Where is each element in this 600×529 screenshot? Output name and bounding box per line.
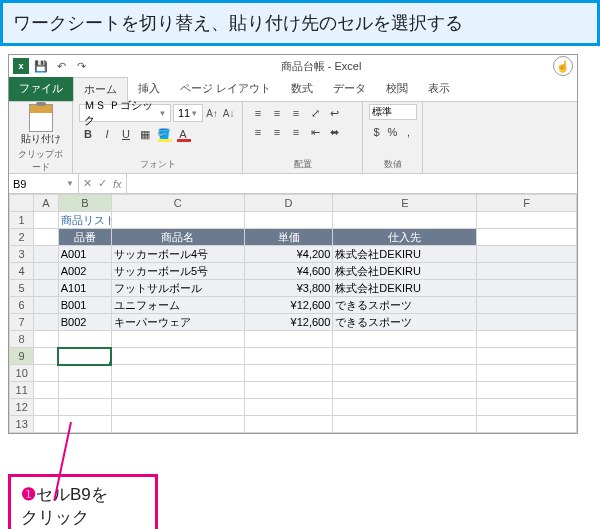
percent-icon[interactable]: %	[385, 123, 400, 141]
row-header-11[interactable]: 11	[10, 382, 34, 399]
cell[interactable]: 単価	[244, 229, 333, 246]
cell[interactable]	[34, 263, 58, 280]
tab-data[interactable]: データ	[323, 77, 376, 101]
cell[interactable]	[58, 348, 111, 365]
cell[interactable]	[111, 416, 244, 433]
cell[interactable]: フットサルボール	[111, 280, 244, 297]
spreadsheet-grid[interactable]: ABCDEF 1商品リスト2品番商品名単価仕入先3A001サッカーボール4号¥4…	[9, 194, 577, 433]
cell[interactable]	[111, 348, 244, 365]
align-middle-icon[interactable]: ≡	[268, 104, 286, 122]
cell[interactable]: 仕入先	[333, 229, 477, 246]
cell[interactable]	[34, 382, 58, 399]
merge-cells-icon[interactable]: ⬌	[325, 123, 343, 141]
number-format-select[interactable]: 標準	[369, 104, 417, 120]
tab-file[interactable]: ファイル	[9, 77, 73, 101]
cell[interactable]	[333, 365, 477, 382]
align-right-icon[interactable]: ≡	[287, 123, 305, 141]
underline-button[interactable]: U	[117, 125, 135, 143]
font-size-select[interactable]: 11▼	[173, 104, 202, 122]
cell[interactable]	[477, 229, 577, 246]
cell[interactable]	[34, 416, 58, 433]
cell[interactable]: B002	[58, 314, 111, 331]
align-bottom-icon[interactable]: ≡	[287, 104, 305, 122]
row-header-8[interactable]: 8	[10, 331, 34, 348]
decrease-indent-icon[interactable]: ⇤	[306, 123, 324, 141]
cell[interactable]: B001	[58, 297, 111, 314]
wrap-text-icon[interactable]: ↩	[325, 104, 343, 122]
cell[interactable]	[58, 365, 111, 382]
cell[interactable]	[111, 365, 244, 382]
save-icon[interactable]: 💾	[33, 58, 49, 74]
cell[interactable]: ¥12,600	[244, 314, 333, 331]
column-header-C[interactable]: C	[111, 195, 244, 212]
cell[interactable]	[477, 416, 577, 433]
row-header-10[interactable]: 10	[10, 365, 34, 382]
cell[interactable]	[34, 280, 58, 297]
row-header-12[interactable]: 12	[10, 399, 34, 416]
row-header-5[interactable]: 5	[10, 280, 34, 297]
cell[interactable]	[333, 382, 477, 399]
undo-icon[interactable]: ↶	[53, 58, 69, 74]
cell[interactable]	[333, 212, 477, 229]
border-button[interactable]: ▦	[136, 125, 154, 143]
cell[interactable]	[111, 399, 244, 416]
tab-formulas[interactable]: 数式	[281, 77, 323, 101]
cell[interactable]	[244, 382, 333, 399]
cell[interactable]	[244, 365, 333, 382]
name-box[interactable]: B9▼	[9, 174, 79, 193]
cell[interactable]	[111, 331, 244, 348]
cell[interactable]	[34, 246, 58, 263]
cell[interactable]	[111, 382, 244, 399]
enter-formula-icon[interactable]: ✓	[98, 177, 107, 190]
bold-button[interactable]: B	[79, 125, 97, 143]
column-header-F[interactable]: F	[477, 195, 577, 212]
cell[interactable]: サッカーボール4号	[111, 246, 244, 263]
cell[interactable]: ¥3,800	[244, 280, 333, 297]
cell[interactable]: キーパーウェア	[111, 314, 244, 331]
cell[interactable]	[477, 297, 577, 314]
cell[interactable]: 株式会社DEKIRU	[333, 280, 477, 297]
cell[interactable]: 品番	[58, 229, 111, 246]
cell[interactable]	[34, 365, 58, 382]
cell[interactable]: 株式会社DEKIRU	[333, 246, 477, 263]
comma-icon[interactable]: ,	[401, 123, 416, 141]
cell[interactable]: ¥4,600	[244, 263, 333, 280]
decrease-font-icon[interactable]: A↓	[221, 105, 236, 121]
tab-page-layout[interactable]: ページ レイアウト	[170, 77, 281, 101]
cell[interactable]	[477, 314, 577, 331]
select-all-corner[interactable]	[10, 195, 34, 212]
touch-mode-icon[interactable]: ☝	[553, 56, 573, 76]
fill-color-button[interactable]: 🪣	[155, 125, 173, 143]
column-header-D[interactable]: D	[244, 195, 333, 212]
row-header-3[interactable]: 3	[10, 246, 34, 263]
tab-review[interactable]: 校閲	[376, 77, 418, 101]
cell[interactable]	[477, 263, 577, 280]
cell[interactable]	[477, 246, 577, 263]
cell[interactable]: ¥12,600	[244, 297, 333, 314]
row-header-1[interactable]: 1	[10, 212, 34, 229]
row-header-13[interactable]: 13	[10, 416, 34, 433]
cell[interactable]	[111, 212, 244, 229]
cell[interactable]: できるスポーツ	[333, 314, 477, 331]
cell[interactable]: ¥4,200	[244, 246, 333, 263]
row-header-4[interactable]: 4	[10, 263, 34, 280]
cell[interactable]	[34, 348, 58, 365]
cell[interactable]	[333, 348, 477, 365]
cell[interactable]	[477, 212, 577, 229]
fx-icon[interactable]: fx	[113, 178, 122, 190]
cell[interactable]	[477, 331, 577, 348]
tab-view[interactable]: 表示	[418, 77, 460, 101]
font-color-button[interactable]: A	[174, 125, 192, 143]
row-header-9[interactable]: 9	[10, 348, 34, 365]
cell[interactable]	[34, 212, 58, 229]
cell[interactable]	[34, 314, 58, 331]
align-left-icon[interactable]: ≡	[249, 123, 267, 141]
cell[interactable]	[333, 331, 477, 348]
cell[interactable]	[58, 399, 111, 416]
cancel-formula-icon[interactable]: ✕	[83, 177, 92, 190]
cell[interactable]	[244, 212, 333, 229]
cell[interactable]	[477, 382, 577, 399]
cell[interactable]: サッカーボール5号	[111, 263, 244, 280]
cell[interactable]	[58, 331, 111, 348]
cell[interactable]	[333, 399, 477, 416]
